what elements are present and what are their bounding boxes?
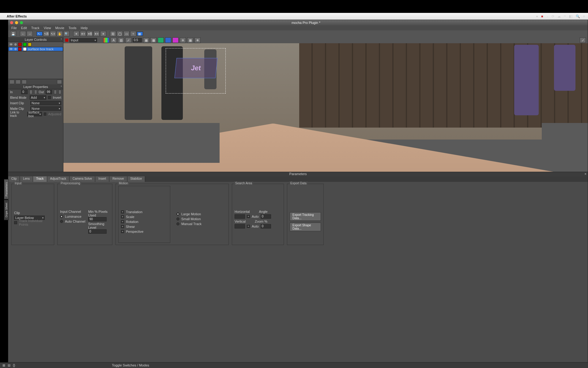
translation-checkbox[interactable]: ×: [121, 210, 124, 213]
footer-icon[interactable]: ⊟: [8, 363, 10, 367]
footer-icon[interactable]: {}: [13, 363, 15, 367]
adjusted-checkbox[interactable]: [44, 113, 47, 116]
layer-row[interactable]: 👁 ✲ surface box track: [8, 47, 63, 51]
export-tracking-button[interactable]: Export Tracking Data...: [290, 212, 321, 221]
magnetic-tool-icon[interactable]: ✶: [100, 31, 106, 36]
auto-channel-radio[interactable]: [60, 220, 63, 223]
in-set-icon[interactable]: [29, 90, 32, 94]
h-auto-checkbox[interactable]: ×: [247, 215, 250, 218]
blend-mode-select[interactable]: Add▾: [30, 95, 46, 100]
out-set-icon[interactable]: [54, 90, 57, 94]
add-point-icon[interactable]: ＋: [130, 31, 136, 36]
overlay-icon[interactable]: ▨: [118, 37, 124, 43]
view-mag-icon[interactable]: [172, 37, 179, 43]
menu-file[interactable]: File: [11, 26, 17, 30]
save-icon[interactable]: 💾: [10, 31, 16, 36]
footer-icon[interactable]: ⊞: [2, 363, 5, 367]
insert-clip-select[interactable]: None▾: [30, 101, 61, 105]
luminance-radio[interactable]: [60, 215, 63, 218]
tab-lens[interactable]: Lens: [20, 176, 33, 182]
rgb-icon[interactable]: [103, 37, 109, 43]
source-select[interactable]: Input▾: [70, 38, 97, 42]
rotation-checkbox[interactable]: ×: [121, 220, 124, 223]
minimize-icon[interactable]: [15, 21, 18, 24]
layer-color-swatch[interactable]: [23, 47, 27, 51]
shear-checkbox[interactable]: ×: [121, 225, 124, 228]
out-reset-icon[interactable]: [58, 90, 61, 94]
horizontal-field[interactable]: [235, 214, 245, 219]
manual-track-radio[interactable]: [176, 222, 179, 225]
menu-tools[interactable]: Tools: [69, 26, 77, 30]
tab-camera-solve[interactable]: Camera Solve: [70, 176, 95, 182]
surface-box[interactable]: Jet: [175, 58, 218, 78]
bezier-add-icon[interactable]: ✶+: [93, 31, 100, 36]
vertical-field[interactable]: [235, 224, 245, 228]
tab-track[interactable]: Track: [33, 176, 47, 182]
bezier-tool-icon[interactable]: ✶B: [87, 31, 93, 36]
view-snow-icon[interactable]: ❄: [194, 37, 201, 43]
angle-field[interactable]: 0: [261, 214, 271, 219]
grid-tool-icon[interactable]: ▦: [137, 32, 143, 36]
dup-layer-icon[interactable]: [16, 80, 21, 84]
close-icon[interactable]: [10, 21, 13, 24]
track-individual-checkbox[interactable]: [14, 221, 17, 224]
fwd-icon[interactable]: →: [27, 31, 33, 36]
xspline-tool-icon[interactable]: ✶: [73, 31, 79, 36]
tab-clip[interactable]: Clip: [8, 176, 20, 182]
layer-color-swatch[interactable]: [18, 47, 22, 51]
back-icon[interactable]: ←: [20, 31, 26, 36]
layer-row[interactable]: 👁 ✲: [8, 42, 63, 47]
select-b-tool-icon[interactable]: ↖B: [43, 31, 49, 36]
zoom-icon[interactable]: [20, 21, 23, 24]
tab-adjusttrack[interactable]: AdjustTrack: [47, 176, 70, 182]
group-layer-icon[interactable]: [57, 80, 62, 84]
link-tool-icon[interactable]: ⛓: [110, 31, 116, 36]
delete-layer-icon[interactable]: [22, 80, 27, 84]
scale-checkbox[interactable]: ×: [121, 215, 124, 218]
out-field[interactable]: 99: [46, 90, 52, 94]
select-tool-icon[interactable]: ↖: [36, 32, 43, 36]
menu-view[interactable]: View: [44, 26, 51, 30]
view-blue-icon[interactable]: [165, 37, 171, 43]
in-field[interactable]: 0: [21, 90, 28, 94]
panel-close-icon[interactable]: ×: [61, 85, 62, 88]
layer-color-swatch[interactable]: [28, 43, 32, 46]
view-green-icon[interactable]: [158, 37, 164, 43]
zoom-tool-icon[interactable]: 🔍: [63, 31, 70, 36]
rect-tool-icon[interactable]: ▭: [123, 31, 130, 36]
panel-close-icon[interactable]: ×: [585, 172, 586, 176]
toggle-switches-label[interactable]: Toggle Switches / Modes: [112, 363, 149, 367]
tab-stabilize[interactable]: Stabilize: [127, 176, 145, 182]
alpha-icon[interactable]: A: [111, 37, 117, 43]
side-tab-parameters[interactable]: Parameters: [4, 179, 9, 199]
minpx-field[interactable]: 90: [88, 217, 107, 221]
small-motion-radio[interactable]: [176, 217, 179, 220]
side-tab-dope-sheet[interactable]: Dope Sheet: [4, 200, 9, 220]
view-a-icon[interactable]: ▦: [143, 37, 149, 43]
in-reset-icon[interactable]: [34, 90, 37, 94]
smoothing-field[interactable]: 0: [88, 229, 107, 234]
view-b-icon[interactable]: ▩: [150, 37, 156, 43]
layer-color-swatch[interactable]: [18, 43, 22, 46]
menu-movie[interactable]: Movie: [55, 26, 64, 30]
expand-icon[interactable]: ⤢: [580, 37, 586, 43]
menu-help[interactable]: Help: [81, 26, 88, 30]
v-auto-checkbox[interactable]: ×: [247, 225, 250, 228]
link-to-track-select[interactable]: surface box▾: [27, 112, 42, 116]
tab-insert[interactable]: Insert: [95, 176, 109, 182]
eye-icon[interactable]: 👁: [9, 47, 13, 51]
zoom-pct-field[interactable]: 0: [261, 224, 271, 228]
view-gear-icon[interactable]: ✲: [180, 37, 186, 43]
zoom-field[interactable]: 0.5: [133, 38, 142, 42]
layer-color-swatch[interactable]: [23, 43, 27, 46]
hand-tool-icon[interactable]: ✋: [57, 31, 63, 36]
zoom-reset-icon[interactable]: ⤢: [125, 37, 131, 43]
xspline-add-icon[interactable]: ✶+: [80, 31, 86, 36]
panel-close-icon[interactable]: ×: [61, 37, 62, 40]
invert-checkbox[interactable]: [48, 96, 51, 99]
perspective-checkbox[interactable]: ×: [121, 230, 124, 233]
lasso-tool-icon[interactable]: ◯: [117, 31, 123, 36]
menu-edit[interactable]: Edit: [21, 26, 27, 30]
matte-clip-select[interactable]: None▾: [30, 106, 61, 111]
select-plus-tool-icon[interactable]: ↖+: [50, 31, 56, 36]
